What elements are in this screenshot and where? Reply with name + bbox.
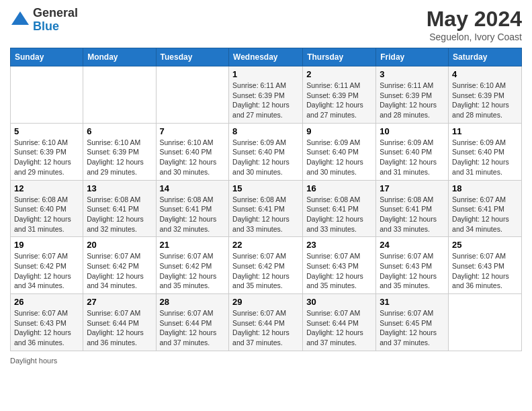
calendar-cell: 1Sunrise: 6:11 AM Sunset: 6:39 PM Daylig… [229, 66, 303, 124]
calendar-cell: 23Sunrise: 6:07 AM Sunset: 6:43 PM Dayli… [303, 237, 376, 294]
calendar-cell: 14Sunrise: 6:08 AM Sunset: 6:41 PM Dayli… [156, 180, 229, 237]
day-number: 15 [232, 183, 299, 193]
calendar-cell: 29Sunrise: 6:07 AM Sunset: 6:44 PM Dayli… [229, 294, 303, 351]
day-info: Sunrise: 6:11 AM Sunset: 6:39 PM Dayligh… [380, 81, 445, 120]
day-info: Sunrise: 6:10 AM Sunset: 6:39 PM Dayligh… [87, 138, 152, 177]
logo-blue: Blue [33, 20, 78, 34]
day-info: Sunrise: 6:09 AM Sunset: 6:40 PM Dayligh… [380, 138, 445, 177]
header-day-wednesday: Wednesday [229, 48, 303, 66]
header-day-monday: Monday [83, 48, 156, 66]
calendar-cell: 8Sunrise: 6:09 AM Sunset: 6:40 PM Daylig… [229, 123, 303, 180]
day-number: 18 [452, 183, 518, 193]
calendar-cell: 7Sunrise: 6:10 AM Sunset: 6:40 PM Daylig… [156, 123, 229, 180]
day-number: 11 [452, 126, 518, 136]
calendar-cell: 3Sunrise: 6:11 AM Sunset: 6:39 PM Daylig… [376, 66, 449, 124]
day-info: Sunrise: 6:07 AM Sunset: 6:42 PM Dayligh… [14, 251, 79, 291]
calendar-cell: 30Sunrise: 6:07 AM Sunset: 6:44 PM Dayli… [303, 294, 376, 351]
day-number: 13 [87, 183, 152, 193]
footer-note: Daylight hours [10, 357, 522, 365]
calendar-week-2: 5Sunrise: 6:10 AM Sunset: 6:39 PM Daylig… [11, 123, 522, 180]
calendar-cell: 17Sunrise: 6:08 AM Sunset: 6:41 PM Dayli… [376, 180, 449, 237]
calendar-cell: 18Sunrise: 6:07 AM Sunset: 6:41 PM Dayli… [449, 180, 522, 237]
day-number: 5 [14, 126, 79, 136]
calendar-cell: 21Sunrise: 6:07 AM Sunset: 6:42 PM Dayli… [156, 237, 229, 294]
day-info: Sunrise: 6:07 AM Sunset: 6:44 PM Dayligh… [306, 308, 372, 348]
day-info: Sunrise: 6:08 AM Sunset: 6:41 PM Dayligh… [160, 195, 226, 234]
day-number: 29 [232, 297, 299, 307]
day-info: Sunrise: 6:07 AM Sunset: 6:43 PM Dayligh… [306, 251, 372, 291]
day-number: 4 [452, 69, 518, 79]
calendar-cell [156, 66, 229, 124]
day-info: Sunrise: 6:08 AM Sunset: 6:40 PM Dayligh… [14, 195, 79, 234]
calendar-header-row: SundayMondayTuesdayWednesdayThursdayFrid… [11, 48, 522, 66]
day-info: Sunrise: 6:07 AM Sunset: 6:43 PM Dayligh… [14, 308, 79, 348]
day-info: Sunrise: 6:07 AM Sunset: 6:43 PM Dayligh… [452, 251, 518, 291]
calendar-cell: 27Sunrise: 6:07 AM Sunset: 6:44 PM Dayli… [83, 294, 156, 351]
calendar-cell: 12Sunrise: 6:08 AM Sunset: 6:40 PM Dayli… [11, 180, 83, 237]
logo-icon [10, 10, 30, 30]
day-number: 17 [380, 183, 445, 193]
day-number: 21 [160, 240, 226, 250]
day-info: Sunrise: 6:10 AM Sunset: 6:39 PM Dayligh… [14, 138, 79, 177]
day-number: 30 [306, 297, 372, 307]
day-info: Sunrise: 6:07 AM Sunset: 6:44 PM Dayligh… [87, 308, 152, 348]
day-info: Sunrise: 6:11 AM Sunset: 6:39 PM Dayligh… [232, 81, 299, 120]
calendar-cell: 25Sunrise: 6:07 AM Sunset: 6:43 PM Dayli… [449, 237, 522, 294]
day-number: 24 [380, 240, 445, 250]
day-number: 25 [452, 240, 518, 250]
calendar-cell: 9Sunrise: 6:09 AM Sunset: 6:40 PM Daylig… [303, 123, 376, 180]
day-info: Sunrise: 6:07 AM Sunset: 6:44 PM Dayligh… [232, 308, 299, 348]
calendar-cell: 19Sunrise: 6:07 AM Sunset: 6:42 PM Dayli… [11, 237, 83, 294]
day-number: 1 [232, 69, 299, 79]
header-day-tuesday: Tuesday [156, 48, 229, 66]
calendar-cell: 5Sunrise: 6:10 AM Sunset: 6:39 PM Daylig… [11, 123, 83, 180]
day-number: 27 [87, 297, 152, 307]
day-info: Sunrise: 6:07 AM Sunset: 6:43 PM Dayligh… [380, 251, 445, 291]
day-number: 9 [306, 126, 372, 136]
day-number: 16 [306, 183, 372, 193]
calendar-week-4: 19Sunrise: 6:07 AM Sunset: 6:42 PM Dayli… [11, 237, 522, 294]
logo-text: General Blue [33, 7, 78, 34]
calendar-table: SundayMondayTuesdayWednesdayThursdayFrid… [10, 48, 522, 351]
day-info: Sunrise: 6:11 AM Sunset: 6:39 PM Dayligh… [306, 81, 372, 120]
day-number: 10 [380, 126, 445, 136]
header-day-saturday: Saturday [449, 48, 522, 66]
calendar-week-3: 12Sunrise: 6:08 AM Sunset: 6:40 PM Dayli… [11, 180, 522, 237]
calendar-cell: 15Sunrise: 6:08 AM Sunset: 6:41 PM Dayli… [229, 180, 303, 237]
day-number: 19 [14, 240, 79, 250]
calendar-cell [83, 66, 156, 124]
day-number: 22 [232, 240, 299, 250]
title-block: May 2024 Seguelon, Ivory Coast [427, 7, 522, 42]
header-day-friday: Friday [376, 48, 449, 66]
calendar-cell: 31Sunrise: 6:07 AM Sunset: 6:45 PM Dayli… [376, 294, 449, 351]
day-number: 26 [14, 297, 79, 307]
day-info: Sunrise: 6:08 AM Sunset: 6:41 PM Dayligh… [306, 195, 372, 234]
calendar-cell: 13Sunrise: 6:08 AM Sunset: 6:41 PM Dayli… [83, 180, 156, 237]
day-info: Sunrise: 6:07 AM Sunset: 6:42 PM Dayligh… [160, 251, 226, 291]
day-info: Sunrise: 6:07 AM Sunset: 6:44 PM Dayligh… [160, 308, 226, 348]
calendar-cell: 11Sunrise: 6:09 AM Sunset: 6:40 PM Dayli… [449, 123, 522, 180]
day-number: 23 [306, 240, 372, 250]
calendar-cell: 16Sunrise: 6:08 AM Sunset: 6:41 PM Dayli… [303, 180, 376, 237]
location-subtitle: Seguelon, Ivory Coast [427, 32, 522, 42]
calendar-cell: 26Sunrise: 6:07 AM Sunset: 6:43 PM Dayli… [11, 294, 83, 351]
calendar-cell: 24Sunrise: 6:07 AM Sunset: 6:43 PM Dayli… [376, 237, 449, 294]
month-title: May 2024 [427, 7, 522, 32]
day-number: 31 [380, 297, 445, 307]
calendar-cell: 2Sunrise: 6:11 AM Sunset: 6:39 PM Daylig… [303, 66, 376, 124]
calendar-cell: 10Sunrise: 6:09 AM Sunset: 6:40 PM Dayli… [376, 123, 449, 180]
day-info: Sunrise: 6:08 AM Sunset: 6:41 PM Dayligh… [87, 195, 152, 234]
calendar-cell [11, 66, 83, 124]
calendar-cell: 4Sunrise: 6:10 AM Sunset: 6:39 PM Daylig… [449, 66, 522, 124]
day-number: 12 [14, 183, 79, 193]
calendar-cell: 20Sunrise: 6:07 AM Sunset: 6:42 PM Dayli… [83, 237, 156, 294]
header-day-thursday: Thursday [303, 48, 376, 66]
calendar-cell: 6Sunrise: 6:10 AM Sunset: 6:39 PM Daylig… [83, 123, 156, 180]
calendar-cell: 28Sunrise: 6:07 AM Sunset: 6:44 PM Dayli… [156, 294, 229, 351]
day-info: Sunrise: 6:08 AM Sunset: 6:41 PM Dayligh… [232, 195, 299, 234]
page-header: General Blue May 2024 Seguelon, Ivory Co… [10, 7, 522, 42]
calendar-week-1: 1Sunrise: 6:11 AM Sunset: 6:39 PM Daylig… [11, 66, 522, 124]
day-info: Sunrise: 6:07 AM Sunset: 6:42 PM Dayligh… [87, 251, 152, 291]
day-info: Sunrise: 6:10 AM Sunset: 6:39 PM Dayligh… [452, 81, 518, 120]
day-info: Sunrise: 6:09 AM Sunset: 6:40 PM Dayligh… [306, 138, 372, 177]
